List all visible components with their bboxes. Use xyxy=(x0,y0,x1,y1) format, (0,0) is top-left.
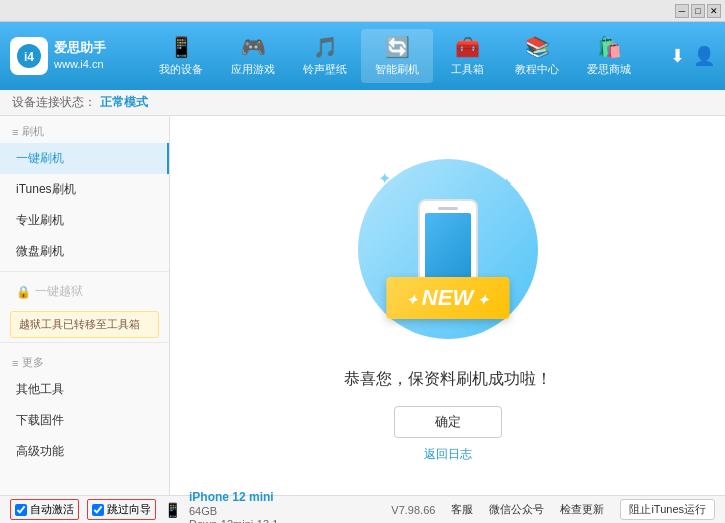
confirm-button[interactable]: 确定 xyxy=(394,406,502,438)
content-area: ✦ ✦ NEW 恭喜您，保资料刷机成功啦！ 确定 返回日志 xyxy=(170,116,725,495)
status-bar: 设备连接状态： 正常模式 xyxy=(0,90,725,116)
sidebar-advanced[interactable]: 高级功能 xyxy=(0,436,169,467)
skip-wizard-input[interactable] xyxy=(92,504,104,516)
success-text: 恭喜您，保资料刷机成功啦！ xyxy=(344,369,552,390)
my-device-icon: 📱 xyxy=(169,35,194,59)
top-nav: i4 爱思助手 www.i4.cn 📱 我的设备 🎮 应用游戏 🎵 铃声壁纸 🔄… xyxy=(0,22,725,90)
sidebar-pro-flash[interactable]: 专业刷机 xyxy=(0,205,169,236)
smart-flash-icon: 🔄 xyxy=(385,35,410,59)
sparkle-2: ✦ xyxy=(500,174,513,193)
jailbreak-label: 一键越狱 xyxy=(35,283,83,300)
version-text: V7.98.66 xyxy=(391,504,435,516)
sidebar-one-key-flash[interactable]: 一键刷机 xyxy=(0,143,169,174)
download-firmware-label: 下载固件 xyxy=(16,413,64,427)
phone-screen xyxy=(425,213,471,279)
skip-wizard-label: 跳过向导 xyxy=(107,502,151,517)
other-tools-label: 其他工具 xyxy=(16,382,64,396)
shop-icon: 🛍️ xyxy=(597,35,622,59)
toolbox-icon: 🧰 xyxy=(455,35,480,59)
device-details: iPhone 12 mini 64GB Down-12mini-13,1 xyxy=(189,490,278,524)
nav-smart-flash[interactable]: 🔄 智能刷机 xyxy=(361,29,433,83)
sidebar-save-data-flash[interactable]: 微盘刷机 xyxy=(0,236,169,267)
bottom-left: 自动激活 跳过向导 📱 iPhone 12 mini 64GB Down-12m… xyxy=(10,490,381,524)
download-button[interactable]: ⬇ xyxy=(670,45,685,67)
nav-right: ⬇ 👤 xyxy=(670,45,715,67)
device-model: Down-12mini-13,1 xyxy=(189,518,278,524)
nav-shop[interactable]: 🛍️ 爱思商城 xyxy=(573,29,645,83)
toolbox-label: 工具箱 xyxy=(451,62,484,77)
pro-flash-label: 专业刷机 xyxy=(16,213,64,227)
jailbreak-notice-text: 越狱工具已转移至工具箱 xyxy=(19,318,140,330)
user-button[interactable]: 👤 xyxy=(693,45,715,67)
close-button[interactable]: ✕ xyxy=(707,4,721,18)
shop-label: 爱思商城 xyxy=(587,62,631,77)
section-flash-icon: ≡ xyxy=(12,126,18,138)
my-device-label: 我的设备 xyxy=(159,62,203,77)
section-flash-title: ≡ 刷机 xyxy=(0,116,169,143)
device-info: 📱 xyxy=(164,502,181,518)
main-layout: ≡ 刷机 一键刷机 iTunes刷机 专业刷机 微盘刷机 🔒 一键越狱 越狱工具… xyxy=(0,116,725,495)
nav-tutorials[interactable]: 📚 教程中心 xyxy=(501,29,573,83)
ringtones-label: 铃声壁纸 xyxy=(303,62,347,77)
logo-text: 爱思助手 www.i4.cn xyxy=(54,40,106,71)
ringtones-icon: 🎵 xyxy=(313,35,338,59)
itunes-flash-label: iTunes刷机 xyxy=(16,182,76,196)
device-storage: 64GB xyxy=(189,505,278,517)
sidebar-jailbreak-disabled: 🔒 一键越狱 xyxy=(0,276,169,307)
sparkle-1: ✦ xyxy=(378,169,391,188)
status-label: 设备连接状态： xyxy=(12,94,96,111)
apps-games-icon: 🎮 xyxy=(241,35,266,59)
auto-connect-input[interactable] xyxy=(15,504,27,516)
tutorials-icon: 📚 xyxy=(525,35,550,59)
window-controls[interactable]: ─ □ ✕ xyxy=(675,4,721,18)
apps-games-label: 应用游戏 xyxy=(231,62,275,77)
logo-svg: i4 xyxy=(15,42,43,70)
nav-ringtones[interactable]: 🎵 铃声壁纸 xyxy=(289,29,361,83)
nav-items: 📱 我的设备 🎮 应用游戏 🎵 铃声壁纸 🔄 智能刷机 🧰 工具箱 📚 教程中心… xyxy=(120,29,670,83)
sidebar-divider-2 xyxy=(0,342,169,343)
brand-name: 爱思助手 xyxy=(54,40,106,57)
check-update-link[interactable]: 检查更新 xyxy=(560,502,604,517)
sidebar-other-tools[interactable]: 其他工具 xyxy=(0,374,169,405)
smart-flash-label: 智能刷机 xyxy=(375,62,419,77)
new-badge: NEW xyxy=(386,277,509,319)
nav-my-device[interactable]: 📱 我的设备 xyxy=(145,29,217,83)
title-bar: ─ □ ✕ xyxy=(0,0,725,22)
bottom-bar: 自动激活 跳过向导 📱 iPhone 12 mini 64GB Down-12m… xyxy=(0,495,725,523)
save-data-flash-label: 微盘刷机 xyxy=(16,244,64,258)
minimize-button[interactable]: ─ xyxy=(675,4,689,18)
tutorials-label: 教程中心 xyxy=(515,62,559,77)
nav-apps-games[interactable]: 🎮 应用游戏 xyxy=(217,29,289,83)
jailbreak-notice: 越狱工具已转移至工具箱 xyxy=(10,311,159,338)
one-key-flash-label: 一键刷机 xyxy=(16,151,64,165)
phone-illustration: ✦ ✦ NEW xyxy=(348,149,548,349)
logo-icon: i4 xyxy=(10,37,48,75)
bottom-right: V7.98.66 客服 微信公众号 检查更新 阻止iTunes运行 xyxy=(391,499,715,520)
sidebar-divider-1 xyxy=(0,271,169,272)
section-more-label: 更多 xyxy=(22,355,44,370)
sidebar-itunes-flash[interactable]: iTunes刷机 xyxy=(0,174,169,205)
sidebar: ≡ 刷机 一键刷机 iTunes刷机 专业刷机 微盘刷机 🔒 一键越狱 越狱工具… xyxy=(0,116,170,495)
status-value: 正常模式 xyxy=(100,94,148,111)
customer-service-link[interactable]: 客服 xyxy=(451,502,473,517)
svg-text:i4: i4 xyxy=(24,50,34,64)
wechat-link[interactable]: 微信公众号 xyxy=(489,502,544,517)
skip-wizard-checkbox[interactable]: 跳过向导 xyxy=(87,499,156,520)
stop-itunes-button[interactable]: 阻止iTunes运行 xyxy=(620,499,715,520)
auto-connect-checkbox[interactable]: 自动激活 xyxy=(10,499,79,520)
advanced-label: 高级功能 xyxy=(16,444,64,458)
section-more-title: ≡ 更多 xyxy=(0,347,169,374)
device-icon: 📱 xyxy=(164,502,181,518)
device-name: iPhone 12 mini xyxy=(189,490,278,504)
section-flash-label: 刷机 xyxy=(22,124,44,139)
maximize-button[interactable]: □ xyxy=(691,4,705,18)
brand-url: www.i4.cn xyxy=(54,57,106,71)
nav-toolbox[interactable]: 🧰 工具箱 xyxy=(433,29,501,83)
logo-area: i4 爱思助手 www.i4.cn xyxy=(10,37,120,75)
section-more-icon: ≡ xyxy=(12,357,18,369)
sidebar-download-firmware[interactable]: 下载固件 xyxy=(0,405,169,436)
lock-icon: 🔒 xyxy=(16,285,31,299)
back-link[interactable]: 返回日志 xyxy=(424,446,472,463)
auto-connect-label: 自动激活 xyxy=(30,502,74,517)
